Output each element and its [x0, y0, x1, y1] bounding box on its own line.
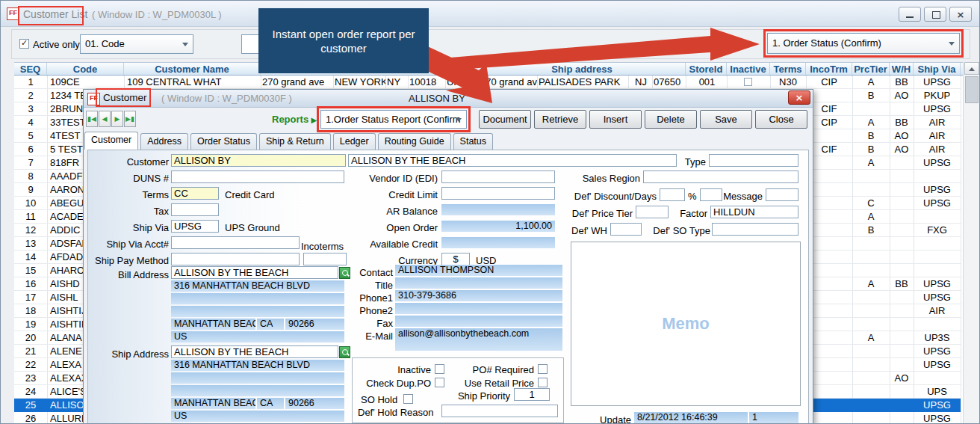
cell: AO	[890, 89, 914, 102]
column-header-incotrm[interactable]: IncoTrm	[806, 63, 852, 76]
update-time: 8/21/2012 16:46:39	[634, 412, 748, 424]
terms-field[interactable]: CC	[171, 187, 219, 200]
column-header-prctier[interactable]: PrcTier	[852, 63, 890, 76]
cell: PALISADES PARK	[539, 76, 628, 89]
vendor-id-field[interactable]	[441, 170, 555, 183]
inactive-checkbox[interactable]	[744, 78, 752, 86]
active-only-checkbox[interactable]	[19, 39, 29, 49]
cell: 5	[14, 129, 47, 143]
column-header-shipgroup[interactable]: Ship address	[479, 63, 686, 76]
last-record-button[interactable]: ▶▮	[124, 111, 136, 127]
first-record-button[interactable]: ▮◀	[86, 111, 98, 127]
currency-field[interactable]: $	[441, 253, 470, 265]
insert-button[interactable]: Insert	[589, 110, 642, 129]
column-header-store[interactable]: StoreId	[686, 63, 727, 76]
bill-address-city: MANHATTAN BEACH	[171, 319, 255, 330]
customer-code-field[interactable]: ALLISON BY	[171, 154, 346, 167]
prev-record-button[interactable]: ◀	[99, 111, 111, 127]
cell	[890, 210, 914, 224]
vertical-scrollbar[interactable]	[963, 62, 980, 424]
available-credit-label: Available Credit	[346, 238, 438, 251]
save-button[interactable]: Save	[700, 110, 752, 129]
duns-field[interactable]	[171, 170, 344, 183]
maximize-button[interactable]	[924, 7, 946, 22]
discount-days-label: Def' Discount/Days	[567, 190, 657, 203]
ship-pay-method-field[interactable]	[171, 253, 300, 265]
retrieve-button[interactable]: Retrieve	[534, 110, 586, 129]
cell	[890, 237, 914, 251]
cell: 270 grand ave	[262, 76, 332, 89]
column-header-seq[interactable]: SEQ	[14, 63, 47, 76]
column-header-name[interactable]: Customer Name	[124, 63, 261, 76]
tab-order-status[interactable]: Order Status	[190, 133, 257, 150]
incoterms-field[interactable]	[303, 253, 347, 265]
column-header-code[interactable]: Code	[47, 63, 124, 76]
next-record-button[interactable]: ▶	[111, 111, 123, 127]
def-wh-field[interactable]	[610, 223, 642, 236]
percent-label: %	[688, 190, 697, 203]
discount-days-field[interactable]	[700, 188, 722, 201]
main-window-titlebar[interactable]: FF Customer List ( Window ID : W_PDM0030…	[1, 1, 980, 27]
cell	[852, 237, 890, 251]
sales-region-field[interactable]	[643, 170, 798, 183]
dialog-titlebar[interactable]: FF Customer ( Window ID : W_PDM0030F ) A…	[84, 90, 813, 108]
discount-field[interactable]	[660, 188, 685, 201]
main-report-value: 1. Order Status (Confirm)	[772, 37, 881, 49]
price-tier-field[interactable]	[636, 206, 669, 218]
document-button[interactable]: Document	[479, 110, 531, 129]
column-header-terms[interactable]: Terms	[770, 63, 806, 76]
cell: N30	[770, 76, 806, 89]
sort-field-dropdown[interactable]: 01. Code	[80, 34, 193, 54]
main-report-dropdown[interactable]: 1. Order Status (Confirm)	[767, 33, 960, 54]
message-field[interactable]	[766, 188, 798, 201]
ship-via-field[interactable]: UPSG	[171, 220, 219, 233]
sort-field-value: 01. Code	[85, 38, 125, 49]
cell: AO	[890, 129, 914, 143]
bill-address-search-icon[interactable]	[339, 267, 350, 279]
phone1-field: 310-379-3686	[395, 290, 562, 301]
minimize-button[interactable]	[899, 7, 921, 22]
bill-address-name-field[interactable]: ALLISON BY THE BEACH	[171, 266, 338, 279]
scrollbar-thumb[interactable]	[965, 76, 979, 103]
dialog-report-dropdown[interactable]: 1.Order Status Report (Confirm	[320, 110, 467, 129]
ship-address-name-field[interactable]: ALLISON BY THE BEACH	[171, 345, 338, 358]
ship-address-search-icon[interactable]	[339, 346, 350, 358]
cell: 1	[14, 76, 47, 89]
cell: 109CE	[50, 76, 132, 89]
available-credit-field	[441, 237, 555, 248]
tax-field[interactable]	[171, 203, 219, 216]
tab-address[interactable]: Address	[140, 133, 188, 150]
cell: A	[852, 210, 890, 224]
customer-name-field[interactable]: ALLISON BY THE BEACH	[348, 154, 677, 167]
cell: AIR	[914, 304, 961, 318]
column-header-wh[interactable]: W/H	[890, 63, 914, 76]
tab-ship-return[interactable]: Ship & Return	[259, 133, 331, 150]
maximize-icon	[932, 11, 940, 19]
column-header-shipvia[interactable]: Ship Via	[914, 63, 961, 76]
so-type-field[interactable]	[712, 223, 798, 236]
dialog-close-button[interactable]: ×	[788, 90, 810, 105]
tab-customer[interactable]: Customer	[84, 132, 138, 150]
close-button[interactable]: ×	[949, 7, 972, 22]
dialog-reports-label: Reports ▶	[272, 113, 317, 126]
cell	[890, 197, 914, 210]
tab-routing-guide[interactable]: Routing Guide	[378, 133, 451, 150]
delete-button[interactable]: Delete	[645, 110, 697, 129]
bill-address-line3	[171, 306, 344, 317]
credit-limit-field[interactable]	[441, 187, 555, 200]
type-field[interactable]	[709, 154, 798, 167]
open-order-field: 1,100.00	[441, 221, 555, 232]
close-dialog-button[interactable]: Close	[755, 110, 807, 129]
cell: BB	[890, 116, 914, 129]
table-row[interactable]: 1109CECIPABBUPSG109 CENTRAL WHAT270 gran…	[14, 76, 961, 89]
cell: NY	[387, 76, 408, 89]
column-header-inact[interactable]: Inactive	[727, 63, 770, 76]
cell	[852, 170, 890, 183]
factor-field[interactable]: HILLDUN	[710, 206, 798, 218]
next-record-icon: ▶	[115, 115, 120, 123]
cell	[890, 318, 914, 331]
scroll-up-icon[interactable]	[964, 62, 979, 75]
tab-ledger[interactable]: Ledger	[333, 133, 376, 150]
ship-via-acct-field[interactable]	[171, 236, 300, 249]
tab-status[interactable]: Status	[453, 133, 493, 150]
